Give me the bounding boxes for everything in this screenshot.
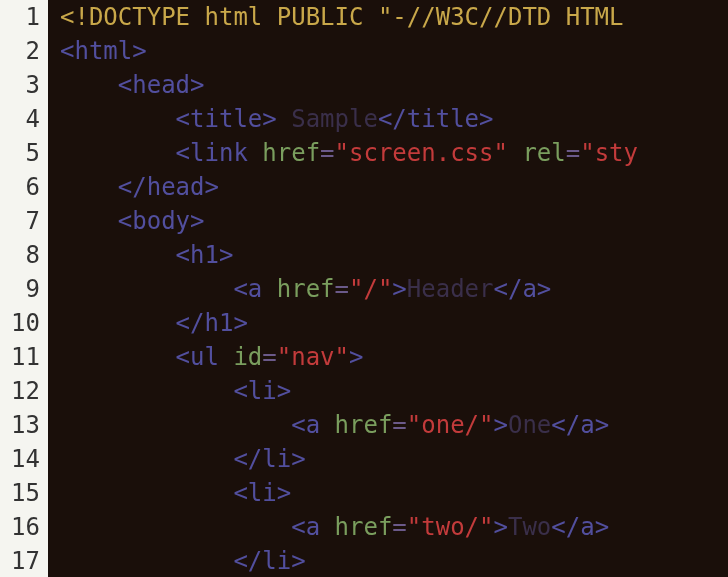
token-txt: Sample (277, 105, 378, 133)
token-tag: <html> (60, 37, 147, 65)
token-tag: </li> (233, 547, 305, 575)
token-attr: href (335, 411, 393, 439)
code-line[interactable]: <a href="two/">Two</a> (60, 510, 728, 544)
line-number: 15 (4, 476, 40, 510)
token-tag: > (494, 411, 508, 439)
line-number: 16 (4, 510, 40, 544)
token-tag: > (494, 513, 508, 541)
token-eq: = (320, 139, 334, 167)
token-tag: <ul (176, 343, 219, 371)
line-number: 4 (4, 102, 40, 136)
line-number: 5 (4, 136, 40, 170)
token-tag: </a> (551, 411, 609, 439)
code-line[interactable]: <head> (60, 68, 728, 102)
line-number: 8 (4, 238, 40, 272)
token-eq: = (566, 139, 580, 167)
code-line[interactable]: </head> (60, 170, 728, 204)
token-tag: </title> (378, 105, 494, 133)
code-line[interactable]: <!DOCTYPE html PUBLIC "-//W3C//DTD HTML (60, 0, 728, 34)
token-tag: <head> (118, 71, 205, 99)
token-tag: </a> (551, 513, 609, 541)
line-number: 9 (4, 272, 40, 306)
code-line[interactable]: <body> (60, 204, 728, 238)
token-val: "nav" (277, 343, 349, 371)
code-editor[interactable]: 1234567891011121314151617 <!DOCTYPE html… (0, 0, 728, 577)
token-tag: <a (233, 275, 262, 303)
token (219, 343, 233, 371)
token-val: "/" (349, 275, 392, 303)
token-tag: <a (291, 513, 320, 541)
line-number: 11 (4, 340, 40, 374)
code-line[interactable]: <li> (60, 374, 728, 408)
code-line[interactable]: <a href="/">Header</a> (60, 272, 728, 306)
token-tag: <title> (176, 105, 277, 133)
token-tag: > (349, 343, 363, 371)
token-tag: </a> (494, 275, 552, 303)
token-tag: </li> (233, 445, 305, 473)
line-number: 12 (4, 374, 40, 408)
code-line[interactable]: <html> (60, 34, 728, 68)
code-line[interactable]: <h1> (60, 238, 728, 272)
token (508, 139, 522, 167)
token-txt: One (508, 411, 551, 439)
code-line[interactable]: <title> Sample</title> (60, 102, 728, 136)
token-tag: > (392, 275, 406, 303)
line-number: 6 (4, 170, 40, 204)
token-val: "one/" (407, 411, 494, 439)
token-attr: href (277, 275, 335, 303)
token-attr: rel (522, 139, 565, 167)
code-line[interactable]: </li> (60, 544, 728, 577)
line-number: 1 (4, 0, 40, 34)
token-val: "sty (580, 139, 638, 167)
code-line[interactable]: <link href="screen.css" rel="sty (60, 136, 728, 170)
token-txt: Header (407, 275, 494, 303)
code-area[interactable]: <!DOCTYPE html PUBLIC "-//W3C//DTD HTML<… (48, 0, 728, 577)
token-doctype: <!DOCTYPE html PUBLIC "-//W3C//DTD HTML (60, 3, 624, 31)
code-line[interactable]: <a href="one/">One</a> (60, 408, 728, 442)
token (248, 139, 262, 167)
token-eq: = (335, 275, 349, 303)
token-attr: id (233, 343, 262, 371)
token-txt: Two (508, 513, 551, 541)
token-val: "screen.css" (335, 139, 508, 167)
token (262, 275, 276, 303)
token-tag: <body> (118, 207, 205, 235)
line-number: 2 (4, 34, 40, 68)
code-line[interactable]: <li> (60, 476, 728, 510)
token-tag: </h1> (176, 309, 248, 337)
token-tag: <a (291, 411, 320, 439)
token-attr: href (335, 513, 393, 541)
token-eq: = (262, 343, 276, 371)
token-attr: href (262, 139, 320, 167)
line-number-gutter: 1234567891011121314151617 (0, 0, 48, 577)
code-line[interactable]: </h1> (60, 306, 728, 340)
line-number: 13 (4, 408, 40, 442)
line-number: 14 (4, 442, 40, 476)
line-number: 3 (4, 68, 40, 102)
token-tag: </head> (118, 173, 219, 201)
token-tag: <h1> (176, 241, 234, 269)
token (320, 411, 334, 439)
line-number: 7 (4, 204, 40, 238)
token-val: "two/" (407, 513, 494, 541)
token (320, 513, 334, 541)
line-number: 17 (4, 544, 40, 577)
line-number: 10 (4, 306, 40, 340)
token-tag: <link (176, 139, 248, 167)
token-tag: <li> (233, 479, 291, 507)
code-line[interactable]: </li> (60, 442, 728, 476)
token-eq: = (392, 411, 406, 439)
token-tag: <li> (233, 377, 291, 405)
code-line[interactable]: <ul id="nav"> (60, 340, 728, 374)
token-eq: = (392, 513, 406, 541)
